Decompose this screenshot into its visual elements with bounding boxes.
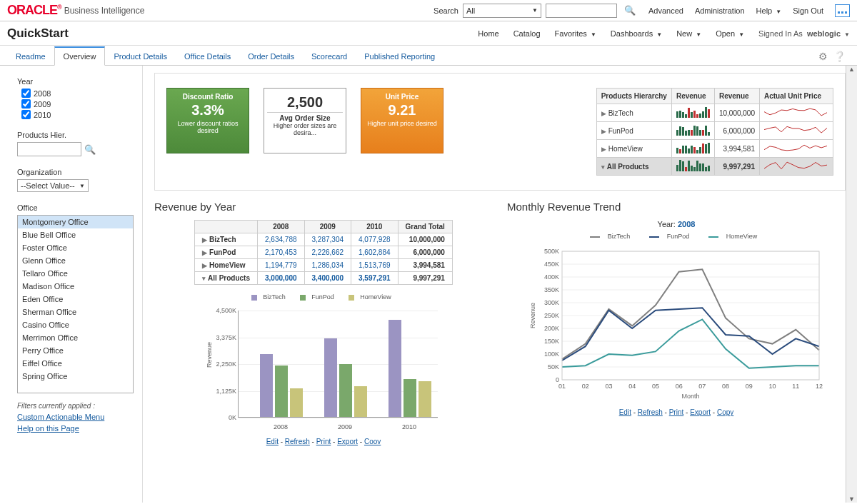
print-link[interactable]: Print	[316, 438, 331, 445]
office-item[interactable]: Perry Office	[18, 344, 133, 357]
revenue-bar-chart: Revenue 0K1,125K2,250K3,375K4,500K200820…	[209, 311, 438, 432]
advanced-link[interactable]: Advanced	[648, 6, 683, 15]
office-item[interactable]: Foster Office	[18, 241, 133, 254]
products-hier-input[interactable]	[17, 142, 81, 156]
search-label: Search	[433, 6, 458, 15]
section-title: Revenue by Year	[154, 201, 493, 213]
office-item[interactable]: Eden Office	[18, 293, 133, 306]
user-menu[interactable]: weblogic ▼	[807, 29, 850, 38]
chart-actions: Edit - Refresh - Print - Export - Coov	[154, 438, 493, 445]
office-item[interactable]: Spring Office	[18, 370, 133, 383]
print-link[interactable]: Print	[669, 408, 684, 416]
office-item[interactable]: Casino Office	[18, 318, 133, 331]
office-item[interactable]: Sherman Office	[18, 306, 133, 318]
kpi-avg-order-size[interactable]: 2,500 Avg Order Size Higher order sizes …	[264, 88, 346, 153]
svg-text:04: 04	[628, 383, 636, 390]
office-item[interactable]: Merrimon Office	[18, 331, 133, 344]
svg-text:01: 01	[558, 383, 566, 390]
year-checkbox-2008[interactable]: 2008	[21, 89, 134, 98]
filter-panel: Year 2008 2009 2010 Products Hier. 🔍 Org…	[0, 66, 143, 503]
kpi-discount-ratio[interactable]: Discount Ratio 3.3% Lower discount ratio…	[166, 88, 249, 153]
nav-home[interactable]: Home	[478, 29, 498, 38]
edit-link[interactable]: Edit	[266, 438, 279, 445]
office-item[interactable]: Madison Office	[18, 280, 133, 293]
svg-text:150K: 150K	[544, 338, 559, 345]
export-link[interactable]: Export	[337, 438, 358, 445]
bar-chart-legend: BizTech FunPod HomeView	[154, 293, 493, 301]
trend-year: Year: 2008	[507, 220, 846, 228]
svg-text:400K: 400K	[544, 273, 559, 281]
office-filter-label: Office	[17, 203, 134, 212]
search-scope-select[interactable]: All▼	[463, 4, 541, 18]
office-item[interactable]: Eiffel Office	[18, 357, 133, 370]
copy-link[interactable]: Copy	[717, 408, 733, 416]
line-chart-legend: BizTech FunPod HomeView	[507, 233, 846, 240]
tab-readme[interactable]: Readme	[7, 46, 54, 65]
office-item[interactable]: Montgomery Office	[18, 216, 133, 228]
dashboard-tabs: ReadmeOverviewProduct DetailsOffice Deta…	[0, 46, 857, 66]
administration-link[interactable]: Administration	[695, 6, 745, 15]
year-checkbox-2010[interactable]: 2010	[21, 110, 134, 119]
office-item[interactable]: Glenn Office	[18, 254, 133, 267]
refresh-link[interactable]: Refresh	[638, 408, 663, 416]
tab-overview[interactable]: Overview	[54, 46, 106, 66]
edit-link[interactable]: Edit	[619, 408, 631, 416]
office-item[interactable]: Blue Bell Office	[18, 228, 133, 241]
chart-actions: Edit - Refresh - Print - Export - Copy	[507, 408, 846, 416]
svg-text:500K: 500K	[544, 248, 559, 255]
help-page-link[interactable]: Help on this Page	[17, 424, 134, 433]
svg-text:100K: 100K	[544, 351, 559, 358]
copy-link[interactable]: Coov	[364, 438, 381, 445]
svg-text:11: 11	[792, 383, 799, 390]
nav-favorites[interactable]: Favorites ▼	[555, 29, 596, 38]
tab-office-details[interactable]: Office Details	[176, 46, 239, 65]
revenue-by-year-table: 200820092010Grand Total▶BizTech2,634,788…	[194, 220, 453, 285]
search-icon[interactable]: 🔍	[624, 5, 636, 16]
organization-select[interactable]: --Select Value--▼	[17, 179, 89, 192]
nav-open[interactable]: Open ▼	[716, 29, 744, 38]
gear-icon[interactable]: ⚙	[818, 51, 828, 62]
dashboard-content: ▲ ▼ Discount Ratio 3.3% Lower discount r…	[143, 66, 857, 503]
vertical-scrollbar[interactable]: ▲ ▼	[846, 66, 857, 503]
oracle-logo: ORACLE®	[7, 3, 61, 18]
page-title: QuickStart	[7, 26, 69, 41]
tab-published-reporting[interactable]: Published Reporting	[356, 46, 443, 65]
nav-new[interactable]: New ▼	[676, 29, 701, 38]
year-checkbox-2009[interactable]: 2009	[21, 99, 134, 109]
custom-menu-link[interactable]: Custom Actionable Menu	[17, 413, 134, 421]
kpi-row: Discount Ratio 3.3% Lower discount ratio…	[154, 73, 846, 191]
help-icon[interactable]: ❔	[833, 51, 846, 62]
svg-text:50K: 50K	[548, 363, 559, 371]
tab-order-details[interactable]: Order Details	[239, 46, 303, 65]
svg-text:450K: 450K	[544, 261, 559, 268]
signout-link[interactable]: Sign Out	[793, 6, 823, 15]
signed-in-as: Signed In As weblogic ▼	[758, 29, 850, 38]
kpi-unit-price[interactable]: Unit Price 9.21 Higher unit price desire…	[361, 88, 443, 153]
svg-text:250K: 250K	[544, 312, 559, 319]
refresh-link[interactable]: Refresh	[285, 438, 310, 445]
nav-dashboards[interactable]: Dashboards ▼	[611, 29, 662, 38]
global-header: ORACLE® Business Intelligence Search All…	[0, 0, 857, 21]
svg-text:10: 10	[769, 383, 776, 390]
svg-text:200K: 200K	[544, 325, 559, 332]
organization-filter-label: Organization	[17, 168, 134, 176]
help-menu[interactable]: Help ▼	[756, 6, 782, 15]
apps-icon[interactable]	[835, 4, 850, 17]
products-hierarchy-table: Products HierarchyRevenueRevenueActual U…	[596, 88, 833, 176]
product-name: Business Intelligence	[64, 6, 145, 16]
svg-text:08: 08	[722, 383, 729, 390]
filters-applied-label: Filters currently applied :	[17, 402, 134, 410]
svg-text:Revenue: Revenue	[529, 303, 536, 328]
svg-text:350K: 350K	[544, 286, 559, 293]
nav-catalog[interactable]: Catalog	[513, 29, 541, 38]
tab-product-details[interactable]: Product Details	[105, 46, 176, 65]
export-link[interactable]: Export	[690, 408, 711, 416]
office-item[interactable]: Tellaro Office	[18, 267, 133, 280]
svg-text:07: 07	[698, 383, 706, 390]
revenue-by-year-section: Revenue by Year 200820092010Grand Total▶…	[154, 201, 493, 445]
search-input[interactable]	[546, 4, 617, 18]
tab-scorecard[interactable]: Scorecard	[303, 46, 356, 65]
office-list[interactable]: Montgomery OfficeBlue Bell OfficeFoster …	[17, 215, 134, 393]
products-search-icon[interactable]: 🔍	[84, 144, 96, 155]
svg-text:05: 05	[652, 383, 659, 390]
